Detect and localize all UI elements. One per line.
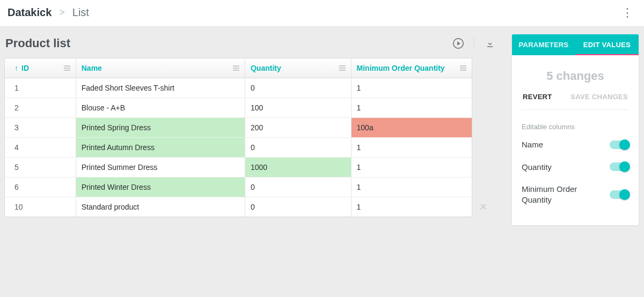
- download-icon[interactable]: [484, 38, 496, 49]
- toggle-row-quantity: Quantity: [522, 162, 629, 173]
- page-title: Product list: [4, 36, 70, 50]
- column-header-name-label: Name: [82, 64, 102, 72]
- cell-id: 1: [5, 78, 76, 98]
- cell-quantity[interactable]: 1000: [245, 158, 352, 177]
- cell-quantity[interactable]: 0: [245, 78, 352, 98]
- cell-minimum[interactable]: 1: [352, 98, 472, 117]
- table-row: 10Standard product01: [5, 197, 472, 217]
- cell-name[interactable]: Printed Winter Dress: [76, 177, 245, 197]
- column-menu-icon[interactable]: [64, 65, 70, 71]
- column-header-minimum-label: Minimum Order Quantity: [357, 64, 445, 72]
- cell-minimum[interactable]: 1: [352, 197, 472, 217]
- toggle-label-name: Name: [522, 139, 543, 150]
- editable-columns-label: Editable columns: [522, 123, 629, 131]
- table-row: 4Printed Autumn Dress01: [5, 138, 472, 158]
- cell-name[interactable]: Printed Autumn Dress: [76, 138, 245, 157]
- column-header-minimum[interactable]: Minimum Order Quantity: [352, 58, 472, 78]
- table-row: 6Printed Winter Dress01: [5, 177, 472, 197]
- toggle-name[interactable]: [610, 140, 629, 149]
- toggle-row-name: Name: [522, 139, 629, 150]
- column-menu-icon[interactable]: [339, 65, 346, 71]
- toolbar-divider: [474, 38, 474, 49]
- close-icon[interactable]: ✕: [479, 201, 487, 213]
- cell-id: 5: [5, 158, 76, 177]
- breadcrumb-leaf[interactable]: List: [72, 6, 89, 19]
- breadcrumb: Datakick > List: [8, 6, 89, 19]
- column-menu-icon[interactable]: [460, 65, 466, 71]
- table-row: 1Faded Short Sleeves T-shirt01: [5, 78, 472, 98]
- revert-button[interactable]: REVERT: [523, 93, 552, 101]
- svg-marker-1: [457, 41, 460, 45]
- cell-quantity[interactable]: 200: [245, 118, 352, 137]
- cell-name[interactable]: Blouse - A+B: [76, 98, 245, 117]
- cell-minimum[interactable]: 1: [352, 138, 472, 157]
- table-header-row: ↑ID Name Quantity Minimum Order Quantity: [5, 58, 472, 78]
- sort-asc-icon: ↑: [14, 64, 18, 72]
- toggle-minimum[interactable]: [610, 190, 629, 199]
- cell-id: 10: [5, 197, 76, 217]
- cell-id: 2: [5, 98, 76, 117]
- topbar: Datakick > List ⋮: [0, 0, 644, 27]
- column-header-id-label: ID: [21, 64, 29, 72]
- column-header-quantity[interactable]: Quantity: [245, 58, 352, 78]
- table-row: 5Printed Summer Dress10001: [5, 158, 472, 177]
- toggle-quantity[interactable]: [610, 162, 629, 171]
- toggle-label-minimum: Minimum Order Quantity: [522, 184, 597, 205]
- cell-id: 6: [5, 177, 76, 197]
- table-row: 2Blouse - A+B1001: [5, 98, 472, 118]
- panel-tabs: PARAMETERS EDIT VALUES: [512, 34, 639, 55]
- cell-minimum[interactable]: 1: [352, 158, 472, 177]
- run-icon[interactable]: [452, 38, 464, 49]
- toggle-row-minimum: Minimum Order Quantity: [522, 184, 629, 205]
- column-header-quantity-label: Quantity: [251, 64, 281, 72]
- data-table: ↑ID Name Quantity Minimum Order Quantity: [4, 58, 472, 217]
- breadcrumb-root[interactable]: Datakick: [8, 6, 52, 19]
- cell-name[interactable]: Faded Short Sleeves T-shirt: [76, 78, 245, 98]
- cell-quantity[interactable]: 0: [245, 138, 352, 157]
- cell-minimum[interactable]: 1: [352, 78, 472, 98]
- cell-name[interactable]: Printed Summer Dress: [76, 158, 245, 177]
- toggle-label-quantity: Quantity: [522, 162, 552, 173]
- breadcrumb-separator: >: [59, 7, 65, 18]
- tab-parameters[interactable]: PARAMETERS: [512, 34, 575, 55]
- column-menu-icon[interactable]: [233, 65, 239, 71]
- changes-count-label: 5 changes: [522, 69, 629, 83]
- cell-minimum[interactable]: 100a: [352, 118, 472, 137]
- cell-quantity[interactable]: 100: [245, 98, 352, 117]
- column-header-id[interactable]: ↑ID: [5, 58, 76, 78]
- column-header-name[interactable]: Name: [76, 58, 245, 78]
- table-row: 3Printed Spring Dress200100a: [5, 118, 472, 138]
- cell-id: 3: [5, 118, 76, 137]
- cell-name[interactable]: Standard product: [76, 197, 245, 217]
- cell-quantity[interactable]: 0: [245, 177, 352, 197]
- cell-minimum[interactable]: 1: [352, 177, 472, 197]
- cell-id: 4: [5, 138, 76, 157]
- kebab-menu-icon[interactable]: ⋮: [621, 7, 633, 19]
- save-changes-button[interactable]: SAVE CHANGES: [570, 93, 628, 101]
- toolbar: [452, 38, 496, 49]
- side-panel: PARAMETERS EDIT VALUES 5 changes REVERT …: [512, 34, 639, 225]
- tab-edit-values[interactable]: EDIT VALUES: [575, 34, 639, 55]
- cell-quantity[interactable]: 0: [245, 197, 352, 217]
- cell-name[interactable]: Printed Spring Dress: [76, 118, 245, 137]
